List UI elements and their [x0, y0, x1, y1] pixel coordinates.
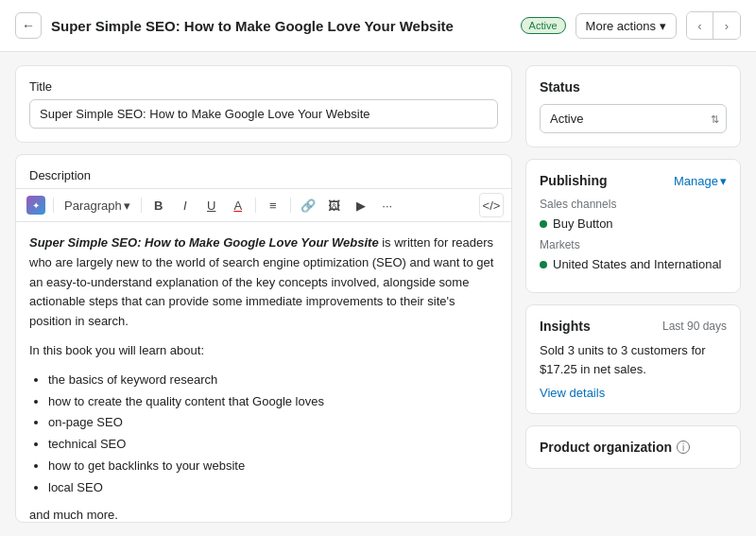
toolbar-separator-1 [53, 198, 54, 213]
nav-next-button[interactable]: › [713, 12, 740, 39]
publishing-title: Publishing [540, 173, 608, 188]
title-card: Title [15, 65, 512, 143]
left-column: Title Description ✦ Paragraph ▾ [15, 65, 512, 523]
publishing-header: Publishing Manage ▾ [540, 173, 727, 188]
list-item: the basics of keyword research [48, 371, 498, 390]
insights-header: Insights Last 90 days [540, 319, 727, 334]
image-button[interactable]: 🖼 [322, 193, 347, 217]
status-select-wrapper: ActiveDraftArchived ⇅ [540, 104, 727, 133]
italic-button[interactable]: I [173, 193, 198, 217]
insights-period: Last 90 days [662, 320, 727, 333]
link-button[interactable]: 🔗 [296, 193, 320, 217]
bold-icon: B [154, 199, 163, 213]
align-icon: ≡ [269, 199, 277, 213]
font-color-button[interactable]: A [226, 193, 250, 217]
font-color-icon: A [233, 199, 242, 213]
top-bar: ← Super Simple SEO: How to Make Google L… [0, 0, 756, 52]
more-actions-button[interactable]: More actions ▾ [576, 13, 677, 39]
desc-paragraph-2: In this book you will learn about: [29, 341, 498, 361]
channel-item-buy-button: Buy Button [540, 216, 727, 231]
underline-icon: U [207, 199, 215, 213]
list-item: on-page SEO [48, 413, 498, 433]
more-button[interactable]: ··· [375, 193, 400, 217]
status-card: Status ActiveDraftArchived ⇅ [525, 65, 741, 147]
product-organization-card: Product organization i [525, 425, 741, 469]
right-column: Status ActiveDraftArchived ⇅ Publishing … [525, 65, 741, 523]
list-item: how to create the quality content that G… [48, 392, 498, 412]
active-dot-icon [540, 220, 547, 228]
toolbar-separator-2 [141, 198, 142, 213]
publishing-card: Publishing Manage ▾ Sales channels Buy B… [525, 159, 741, 293]
code-icon: </> [483, 199, 501, 213]
paragraph-label: Paragraph [64, 199, 122, 213]
page-title: Super Simple SEO: How to Make Google Lov… [51, 18, 511, 34]
paragraph-chevron-icon: ▾ [124, 199, 130, 213]
chevron-right-icon: › [725, 19, 729, 33]
underline-button[interactable]: U [199, 193, 224, 217]
chevron-down-icon: ▾ [660, 19, 666, 33]
toolbar-separator-4 [290, 198, 291, 213]
insights-title: Insights [540, 319, 591, 334]
market-name: United States and International [553, 257, 722, 271]
image-icon: 🖼 [328, 199, 340, 213]
insights-text: Sold 3 units to 3 customers for $17.25 i… [540, 341, 727, 378]
more-icon: ··· [382, 199, 392, 213]
list-item: local SEO [48, 478, 498, 498]
product-org-header: Product organization i [540, 440, 727, 455]
sales-channels-label: Sales channels [540, 198, 727, 211]
code-button[interactable]: </> [479, 193, 504, 217]
video-button[interactable]: ▶ [349, 193, 373, 217]
more-actions-label: More actions [586, 19, 656, 33]
sparkle-icon: ✦ [26, 196, 45, 215]
product-org-title: Product organization [540, 440, 672, 455]
view-details-link[interactable]: View details [540, 386, 605, 400]
back-icon: ← [22, 18, 35, 33]
channel-name: Buy Button [553, 216, 613, 231]
status-select[interactable]: ActiveDraftArchived [540, 104, 727, 133]
manage-label: Manage [674, 174, 718, 188]
desc-paragraph-1: Super Simple SEO: How to Make Google Lov… [29, 233, 498, 332]
manage-chevron-icon: ▾ [720, 174, 727, 188]
chevron-left-icon: ‹ [697, 19, 701, 33]
toolbar-separator-3 [255, 198, 256, 213]
status-title: Status [540, 79, 727, 95]
paragraph-select-button[interactable]: Paragraph ▾ [59, 195, 136, 216]
insights-card: Insights Last 90 days Sold 3 units to 3 … [525, 304, 741, 414]
info-icon[interactable]: i [677, 441, 690, 454]
back-button[interactable]: ← [15, 12, 42, 39]
ai-sparkle-button[interactable]: ✦ [24, 193, 48, 217]
align-button[interactable]: ≡ [261, 193, 285, 217]
desc-paragraph-3: and much more. [29, 506, 498, 523]
desc-list: the basics of keyword researchhow to cre… [48, 371, 498, 498]
title-label: Title [29, 79, 498, 94]
market-active-dot-icon [540, 261, 547, 268]
desc-bold-title: Super Simple SEO: How to Make Google Lov… [29, 235, 379, 250]
list-item: how to get backlinks to your website [48, 457, 498, 476]
list-item: technical SEO [48, 435, 498, 455]
bold-button[interactable]: B [146, 193, 171, 217]
description-label: Description [16, 155, 511, 188]
video-icon: ▶ [356, 199, 366, 213]
main-content: Title Description ✦ Paragraph ▾ [0, 52, 756, 536]
nav-button-group: ‹ › [686, 11, 741, 40]
markets-label: Markets [540, 238, 727, 251]
description-card: Description ✦ Paragraph ▾ B [15, 154, 512, 523]
italic-icon: I [183, 199, 187, 213]
link-icon: 🔗 [301, 199, 316, 213]
page-wrapper: ← Super Simple SEO: How to Make Google L… [0, 0, 756, 536]
title-input[interactable] [29, 99, 498, 129]
market-item-us: United States and International [540, 257, 727, 271]
description-toolbar: ✦ Paragraph ▾ B I U [16, 188, 511, 222]
manage-link[interactable]: Manage ▾ [674, 174, 727, 188]
active-badge: Active [521, 17, 566, 34]
nav-prev-button[interactable]: ‹ [687, 12, 713, 39]
description-content: Super Simple SEO: How to Make Google Lov… [16, 222, 511, 523]
